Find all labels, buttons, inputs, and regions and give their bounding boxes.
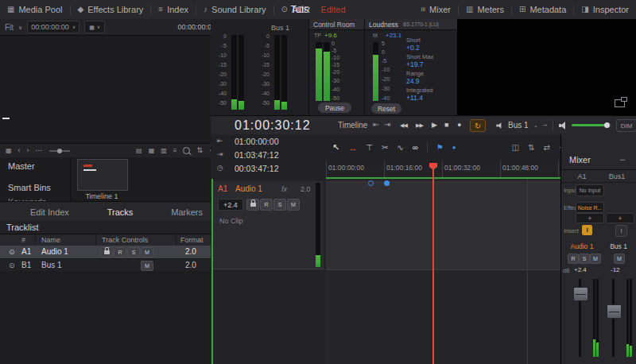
fade-tool-icon[interactable]: ∿: [397, 143, 403, 152]
track-lock-button[interactable]: [100, 247, 113, 258]
timeline-clip-name[interactable]: Timeline 1: [73, 192, 130, 200]
track-lane-a1[interactable]: [326, 181, 560, 270]
mixer-channel-a1[interactable]: A1: [572, 172, 591, 180]
scrub-position-indicator[interactable]: [2, 118, 10, 119]
timeline-end-timecode[interactable]: 01:03:47:12: [235, 150, 278, 160]
playhead-handle[interactable]: [429, 163, 437, 170]
add-effect-button-a1[interactable]: +: [576, 213, 604, 223]
viewer-mode-select[interactable]: ▦ ∨: [84, 21, 105, 33]
bin-view-icon[interactable]: ▦: [6, 148, 12, 154]
metadata-button[interactable]: ⊞ Metadata: [512, 0, 573, 19]
timeline-marker-outline[interactable]: [368, 180, 374, 186]
tab-tracks[interactable]: Tracks: [107, 207, 134, 217]
track-visibility-icon[interactable]: ⊙: [9, 248, 15, 256]
filmstrip-view-icon[interactable]: ▤: [136, 148, 142, 154]
reset-button[interactable]: Reset: [371, 103, 401, 114]
loop-button[interactable]: ↻: [470, 119, 486, 132]
insert-enable-button-a1[interactable]: I: [582, 225, 592, 235]
timeline-start-timecode[interactable]: 01:00:00:00: [235, 137, 278, 146]
track-mute-button[interactable]: M: [141, 247, 153, 258]
track-solo-button[interactable]: S: [127, 247, 140, 258]
index-button[interactable]: ≡ Index: [151, 0, 196, 19]
strip-mute-button[interactable]: M: [590, 254, 601, 264]
timeline-marker[interactable]: [384, 180, 390, 186]
fast-forward-button[interactable]: ▶▶: [416, 122, 423, 129]
search-icon[interactable]: [183, 147, 190, 154]
flag-tool-icon[interactable]: ⚑: [436, 143, 444, 152]
track-header-name[interactable]: Audio 1: [235, 184, 262, 193]
playhead-line[interactable]: [432, 179, 434, 364]
timeline-ruler[interactable]: 01:00:00:00 01:00:16:00 01:00:32:00 01:0…: [326, 161, 560, 180]
mixer-toggle-button[interactable]: ≡ Mixer: [413, 0, 458, 19]
strip-name-audio1[interactable]: Audio 1: [568, 242, 596, 250]
zoom-vertical-icon[interactable]: ⇅: [528, 143, 534, 152]
track-header-a1[interactable]: A1 Audio 1 fx 2.0 +2.4 R S M No Clip: [213, 181, 324, 269]
effect-slot-noise-reduction[interactable]: Noise R...: [576, 202, 604, 213]
jump-end-icon[interactable]: ⇥: [384, 121, 390, 129]
track-solo-button[interactable]: S: [273, 199, 286, 211]
nav-back-icon[interactable]: ‹: [18, 147, 21, 154]
tracklist-row-b1[interactable]: ⊙ B1 Bus 1 M 2.0: [0, 258, 211, 272]
strip-solo-button[interactable]: S: [579, 254, 590, 264]
tab-edit-index[interactable]: Edit Index: [30, 207, 69, 217]
link-tool-icon[interactable]: ∞: [413, 143, 418, 152]
bin-smart-bins[interactable]: Smart Bins: [8, 183, 51, 192]
monitor-volume-slider[interactable]: [572, 124, 611, 126]
media-preview-area[interactable]: [0, 36, 211, 143]
strip-name-bus1[interactable]: Bus 1: [604, 242, 633, 250]
track-lock-button[interactable]: [246, 199, 259, 211]
fader-handle-a1[interactable]: [573, 287, 588, 301]
stop-button[interactable]: ■: [444, 121, 448, 129]
tracklist-row-a1[interactable]: ⊙ A1 Audio 1 R S M 2.0: [0, 246, 211, 258]
track-gain-value[interactable]: +2.4: [218, 199, 243, 211]
bin-master[interactable]: Master: [8, 161, 35, 171]
inspector-button[interactable]: ◨ Inspector: [574, 0, 636, 19]
mixer-menu-icon[interactable]: •••: [620, 157, 625, 162]
zoom-horizontal-icon[interactable]: ⇄: [544, 143, 550, 152]
rewind-button[interactable]: ◀◀: [400, 122, 407, 129]
speaker-icon[interactable]: [559, 122, 568, 130]
timeline-selector[interactable]: Timeline: [338, 121, 367, 130]
mixer-channel-bus1[interactable]: Bus1: [607, 172, 626, 180]
media-pool-button[interactable]: ▦ Media Pool: [0, 0, 70, 19]
jump-start-icon[interactable]: ⇤: [373, 121, 379, 129]
strip-mute-button-bus[interactable]: M: [614, 254, 625, 264]
track-visibility-icon[interactable]: ⊙: [9, 261, 15, 269]
fader-handle-bus1[interactable]: [607, 304, 622, 319]
sort-icon[interactable]: ⇅: [196, 147, 203, 154]
strip-db-bus1[interactable]: -12: [611, 266, 620, 273]
list-view-icon[interactable]: ≡: [173, 148, 177, 154]
strip-db-audio1[interactable]: +2.4: [574, 266, 587, 273]
volume-knob[interactable]: [604, 122, 610, 128]
timeline-clip-thumbnail[interactable]: [77, 159, 128, 191]
track-mute-button[interactable]: M: [141, 261, 153, 271]
effects-library-button[interactable]: ◆ Effects Library: [71, 0, 151, 19]
pointer-tool-icon[interactable]: ↖: [332, 142, 339, 153]
more-options-icon[interactable]: ⋯: [36, 147, 43, 154]
range-tool-icon[interactable]: ↔: [348, 143, 357, 153]
chevron-down-icon[interactable]: ⌄: [533, 122, 538, 128]
master-timecode[interactable]: 01:00:30:12: [235, 118, 311, 133]
viewer-timecode-in[interactable]: 00:00:00:00 ∨: [27, 21, 80, 33]
razor-tool-icon[interactable]: ✂: [382, 143, 388, 152]
nav-forward-icon[interactable]: ›: [27, 147, 29, 154]
chevron-down-icon[interactable]: ∨: [18, 25, 22, 30]
strip-view-icon[interactable]: ▥: [161, 148, 167, 154]
marker-tool-icon[interactable]: ●: [452, 144, 456, 151]
expand-viewer-icon[interactable]: [615, 99, 625, 107]
timeline-track-area[interactable]: [326, 179, 560, 364]
track-meters-icon[interactable]: ◫: [512, 143, 519, 152]
edit-tool-icon[interactable]: ⊤: [366, 143, 373, 152]
track-mute-button[interactable]: M: [287, 199, 300, 211]
strip-record-arm-button[interactable]: R: [568, 254, 579, 264]
dim-button[interactable]: DIM: [616, 119, 636, 132]
viewer-timecode-out[interactable]: 00:00:00:00: [177, 23, 215, 31]
play-button[interactable]: ▶: [432, 121, 437, 129]
meters-toggle-button[interactable]: ▥ Meters: [459, 0, 511, 19]
timeline-duration-timecode[interactable]: 00:03:47:12: [235, 164, 278, 173]
track-record-arm-button[interactable]: R: [260, 199, 273, 211]
monitor-bus-select[interactable]: Bus 1: [508, 121, 529, 130]
track-fx-badge[interactable]: fx: [281, 185, 287, 193]
thumbnail-view-icon[interactable]: ▦: [149, 148, 155, 154]
record-button[interactable]: ●: [457, 121, 461, 129]
